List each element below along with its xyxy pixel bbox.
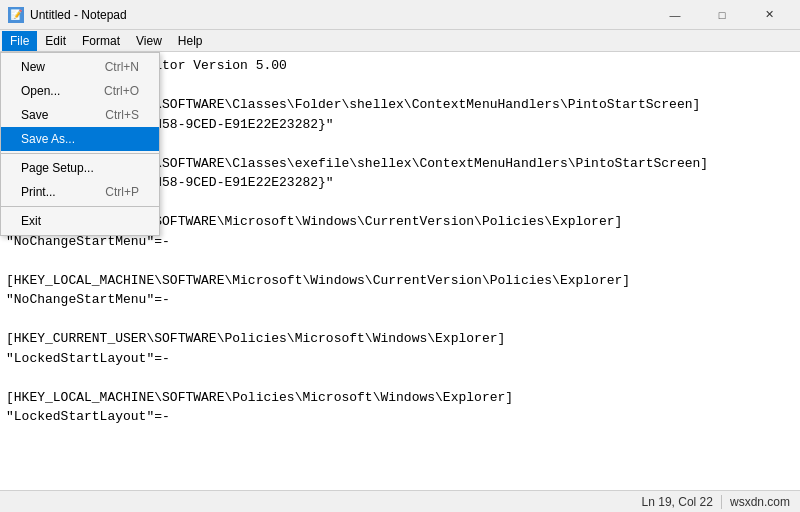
- menu-save-shortcut: Ctrl+S: [105, 108, 139, 122]
- menu-separator-2: [1, 206, 159, 207]
- menu-page-setup-label: Page Setup...: [21, 161, 94, 175]
- menu-edit[interactable]: Edit: [37, 31, 74, 51]
- menu-help[interactable]: Help: [170, 31, 211, 51]
- status-bar: Ln 19, Col 22 wsxdn.com: [0, 490, 800, 512]
- menu-open-label: Open...: [21, 84, 60, 98]
- title-bar: 📝 Untitled - Notepad — □ ✕: [0, 0, 800, 30]
- minimize-button[interactable]: —: [652, 0, 698, 30]
- menu-new-shortcut: Ctrl+N: [105, 60, 139, 74]
- status-encoding: wsxdn.com: [730, 495, 790, 509]
- menu-new[interactable]: New Ctrl+N: [1, 55, 159, 79]
- maximize-button[interactable]: □: [699, 0, 745, 30]
- menu-save-as-label: Save As...: [21, 132, 75, 146]
- menu-bar: File Edit Format View Help: [0, 30, 800, 52]
- menu-exit[interactable]: Exit: [1, 209, 159, 233]
- status-position: Ln 19, Col 22: [642, 495, 713, 509]
- menu-save[interactable]: Save Ctrl+S: [1, 103, 159, 127]
- file-dropdown: New Ctrl+N Open... Ctrl+O Save Ctrl+S Sa…: [0, 52, 160, 236]
- menu-format[interactable]: Format: [74, 31, 128, 51]
- menu-file[interactable]: File: [2, 31, 37, 51]
- menu-exit-label: Exit: [21, 214, 41, 228]
- menu-save-as[interactable]: Save As...: [1, 127, 159, 151]
- menu-print-label: Print...: [21, 185, 56, 199]
- menu-open[interactable]: Open... Ctrl+O: [1, 79, 159, 103]
- status-divider: [721, 495, 722, 509]
- menu-print[interactable]: Print... Ctrl+P: [1, 180, 159, 204]
- menu-print-shortcut: Ctrl+P: [105, 185, 139, 199]
- close-button[interactable]: ✕: [746, 0, 792, 30]
- title-bar-controls: — □ ✕: [652, 0, 792, 30]
- menu-open-shortcut: Ctrl+O: [104, 84, 139, 98]
- menu-page-setup[interactable]: Page Setup...: [1, 156, 159, 180]
- menu-view[interactable]: View: [128, 31, 170, 51]
- title-bar-text: Untitled - Notepad: [30, 8, 652, 22]
- menu-save-label: Save: [21, 108, 48, 122]
- menu-new-label: New: [21, 60, 45, 74]
- menu-separator-1: [1, 153, 159, 154]
- file-dropdown-menu: New Ctrl+N Open... Ctrl+O Save Ctrl+S Sa…: [0, 52, 160, 236]
- app-icon: 📝: [8, 7, 24, 23]
